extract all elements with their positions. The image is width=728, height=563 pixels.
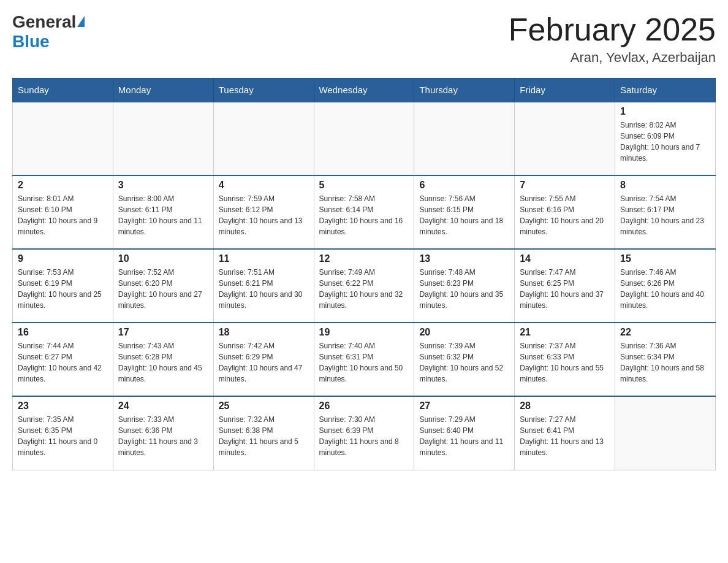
day-cell: 22Sunrise: 7:36 AM Sunset: 6:34 PM Dayli… (615, 323, 716, 396)
day-info: Sunrise: 7:56 AM Sunset: 6:15 PM Dayligh… (419, 193, 509, 237)
day-info: Sunrise: 7:51 AM Sunset: 6:21 PM Dayligh… (219, 267, 309, 311)
day-info: Sunrise: 7:47 AM Sunset: 6:25 PM Dayligh… (520, 267, 610, 311)
day-cell: 4Sunrise: 7:59 AM Sunset: 6:12 PM Daylig… (213, 175, 314, 249)
day-number: 4 (219, 180, 309, 191)
day-info: Sunrise: 7:48 AM Sunset: 6:23 PM Dayligh… (419, 267, 509, 311)
day-number: 12 (319, 253, 409, 264)
day-info: Sunrise: 7:49 AM Sunset: 6:22 PM Dayligh… (319, 267, 409, 311)
title-block: February 2025 Aran, Yevlax, Azerbaijan (509, 12, 716, 66)
column-header-friday: Friday (515, 79, 615, 102)
day-number: 7 (520, 180, 610, 191)
day-number: 1 (620, 106, 710, 117)
column-header-sunday: Sunday (13, 79, 113, 102)
page-header: General Blue February 2025 Aran, Yevlax,… (12, 12, 716, 66)
day-info: Sunrise: 7:42 AM Sunset: 6:29 PM Dayligh… (219, 340, 309, 385)
day-cell: 24Sunrise: 7:33 AM Sunset: 6:36 PM Dayli… (113, 396, 213, 470)
day-number: 26 (319, 400, 409, 412)
day-cell (13, 102, 113, 175)
column-header-thursday: Thursday (414, 79, 515, 102)
calendar-table: SundayMondayTuesdayWednesdayThursdayFrid… (12, 78, 716, 470)
day-info: Sunrise: 7:54 AM Sunset: 6:17 PM Dayligh… (620, 193, 710, 237)
day-info: Sunrise: 7:44 AM Sunset: 6:27 PM Dayligh… (18, 340, 108, 385)
day-cell: 28Sunrise: 7:27 AM Sunset: 6:41 PM Dayli… (515, 396, 615, 470)
day-number: 22 (620, 327, 710, 338)
day-cell: 2Sunrise: 8:01 AM Sunset: 6:10 PM Daylig… (13, 175, 113, 249)
day-info: Sunrise: 7:36 AM Sunset: 6:34 PM Dayligh… (620, 340, 710, 385)
day-cell: 1Sunrise: 8:02 AM Sunset: 6:09 PM Daylig… (615, 102, 716, 175)
day-number: 16 (18, 327, 108, 338)
day-cell: 25Sunrise: 7:32 AM Sunset: 6:38 PM Dayli… (213, 396, 314, 470)
day-cell: 17Sunrise: 7:43 AM Sunset: 6:28 PM Dayli… (113, 323, 213, 396)
day-number: 17 (118, 327, 208, 338)
day-info: Sunrise: 7:55 AM Sunset: 6:16 PM Dayligh… (520, 193, 610, 237)
day-number: 24 (118, 400, 208, 412)
day-number: 6 (419, 180, 509, 191)
day-info: Sunrise: 7:39 AM Sunset: 6:32 PM Dayligh… (419, 340, 509, 385)
day-cell: 18Sunrise: 7:42 AM Sunset: 6:29 PM Dayli… (213, 323, 314, 396)
day-cell: 19Sunrise: 7:40 AM Sunset: 6:31 PM Dayli… (314, 323, 414, 396)
day-number: 8 (620, 180, 710, 191)
day-info: Sunrise: 7:32 AM Sunset: 6:38 PM Dayligh… (219, 414, 309, 458)
day-cell: 5Sunrise: 7:58 AM Sunset: 6:14 PM Daylig… (314, 175, 414, 249)
week-row-2: 2Sunrise: 8:01 AM Sunset: 6:10 PM Daylig… (13, 175, 716, 249)
column-header-tuesday: Tuesday (213, 79, 314, 102)
day-cell: 11Sunrise: 7:51 AM Sunset: 6:21 PM Dayli… (213, 249, 314, 323)
day-cell: 27Sunrise: 7:29 AM Sunset: 6:40 PM Dayli… (414, 396, 515, 470)
day-info: Sunrise: 7:43 AM Sunset: 6:28 PM Dayligh… (118, 340, 208, 385)
day-info: Sunrise: 8:01 AM Sunset: 6:10 PM Dayligh… (18, 193, 108, 237)
day-info: Sunrise: 7:46 AM Sunset: 6:26 PM Dayligh… (620, 267, 710, 311)
day-cell (515, 102, 615, 175)
day-number: 14 (520, 253, 610, 264)
day-number: 3 (118, 180, 208, 191)
day-info: Sunrise: 7:58 AM Sunset: 6:14 PM Dayligh… (319, 193, 409, 237)
day-info: Sunrise: 8:00 AM Sunset: 6:11 PM Dayligh… (118, 193, 208, 237)
day-number: 21 (520, 327, 610, 338)
day-number: 28 (520, 400, 610, 412)
day-number: 19 (319, 327, 409, 338)
day-number: 20 (419, 327, 509, 338)
day-cell: 15Sunrise: 7:46 AM Sunset: 6:26 PM Dayli… (615, 249, 716, 323)
week-row-5: 23Sunrise: 7:35 AM Sunset: 6:35 PM Dayli… (13, 396, 716, 470)
day-cell: 7Sunrise: 7:55 AM Sunset: 6:16 PM Daylig… (515, 175, 615, 249)
day-cell: 3Sunrise: 8:00 AM Sunset: 6:11 PM Daylig… (113, 175, 213, 249)
day-cell: 20Sunrise: 7:39 AM Sunset: 6:32 PM Dayli… (414, 323, 515, 396)
day-cell (314, 102, 414, 175)
day-info: Sunrise: 7:29 AM Sunset: 6:40 PM Dayligh… (419, 414, 509, 458)
day-cell: 23Sunrise: 7:35 AM Sunset: 6:35 PM Dayli… (13, 396, 113, 470)
day-info: Sunrise: 7:52 AM Sunset: 6:20 PM Dayligh… (118, 267, 208, 311)
day-number: 11 (219, 253, 309, 264)
day-info: Sunrise: 7:40 AM Sunset: 6:31 PM Dayligh… (319, 340, 409, 385)
day-info: Sunrise: 7:37 AM Sunset: 6:33 PM Dayligh… (520, 340, 610, 385)
day-info: Sunrise: 7:35 AM Sunset: 6:35 PM Dayligh… (18, 414, 108, 458)
calendar-subtitle: Aran, Yevlax, Azerbaijan (509, 50, 716, 66)
day-number: 18 (219, 327, 309, 338)
week-row-3: 9Sunrise: 7:53 AM Sunset: 6:19 PM Daylig… (13, 249, 716, 323)
day-number: 5 (319, 180, 409, 191)
column-header-saturday: Saturday (615, 79, 716, 102)
day-number: 9 (18, 253, 108, 264)
day-cell (414, 102, 515, 175)
day-cell (213, 102, 314, 175)
day-info: Sunrise: 7:53 AM Sunset: 6:19 PM Dayligh… (18, 267, 108, 311)
day-info: Sunrise: 7:27 AM Sunset: 6:41 PM Dayligh… (520, 414, 610, 458)
day-number: 25 (219, 400, 309, 412)
day-info: Sunrise: 7:33 AM Sunset: 6:36 PM Dayligh… (118, 414, 208, 458)
logo: General Blue (12, 12, 85, 52)
day-cell: 12Sunrise: 7:49 AM Sunset: 6:22 PM Dayli… (314, 249, 414, 323)
logo-text-blue: Blue (12, 32, 50, 52)
logo-triangle-icon (77, 16, 85, 27)
day-number: 23 (18, 400, 108, 412)
day-cell: 8Sunrise: 7:54 AM Sunset: 6:17 PM Daylig… (615, 175, 716, 249)
day-cell: 6Sunrise: 7:56 AM Sunset: 6:15 PM Daylig… (414, 175, 515, 249)
header-row: SundayMondayTuesdayWednesdayThursdayFrid… (13, 79, 716, 102)
day-cell (615, 396, 716, 470)
day-cell (113, 102, 213, 175)
logo-text-general: General (12, 12, 76, 32)
day-number: 13 (419, 253, 509, 264)
week-row-4: 16Sunrise: 7:44 AM Sunset: 6:27 PM Dayli… (13, 323, 716, 396)
day-cell: 10Sunrise: 7:52 AM Sunset: 6:20 PM Dayli… (113, 249, 213, 323)
day-number: 27 (419, 400, 509, 412)
day-cell: 16Sunrise: 7:44 AM Sunset: 6:27 PM Dayli… (13, 323, 113, 396)
day-cell: 14Sunrise: 7:47 AM Sunset: 6:25 PM Dayli… (515, 249, 615, 323)
calendar-title: February 2025 (509, 12, 716, 47)
